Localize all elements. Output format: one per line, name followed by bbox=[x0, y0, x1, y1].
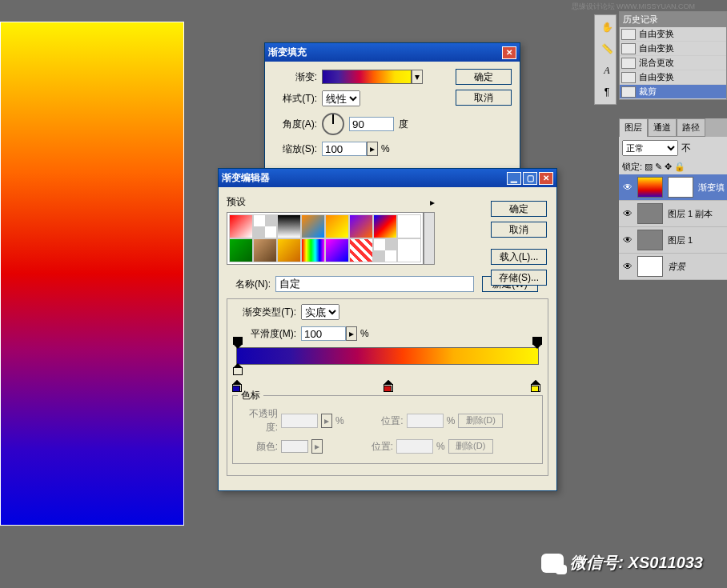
hand-icon[interactable]: ✋ bbox=[597, 18, 617, 37]
color-stop[interactable] bbox=[232, 381, 242, 392]
history-step-icon bbox=[621, 43, 636, 54]
gradient-dropdown-icon[interactable]: ▾ bbox=[412, 70, 423, 84]
opacity-step-icon: ▸ bbox=[321, 414, 332, 428]
name-label: 名称(N): bbox=[227, 278, 271, 291]
style-label: 样式(T): bbox=[273, 92, 317, 106]
fill-title: 渐变填充 bbox=[268, 46, 500, 59]
color-pos-pct: % bbox=[436, 441, 445, 452]
layer-label: 图层 1 bbox=[665, 234, 693, 246]
ok-button[interactable]: 确定 bbox=[456, 69, 512, 85]
opacity-pct: % bbox=[335, 415, 344, 426]
opacity-input bbox=[281, 414, 318, 428]
name-input[interactable] bbox=[275, 276, 474, 292]
layers-tabs: 图层 通道 路径 bbox=[619, 118, 727, 137]
color-stop[interactable] bbox=[384, 381, 393, 392]
save-button[interactable]: 存储(S)... bbox=[491, 270, 547, 286]
paragraph-icon[interactable]: ¶ bbox=[597, 82, 617, 102]
maximize-icon[interactable]: ▢ bbox=[523, 172, 537, 185]
gradient-swatch[interactable] bbox=[322, 70, 412, 84]
preset-label: 预设 bbox=[227, 195, 246, 209]
visibility-icon[interactable]: 👁 bbox=[621, 234, 635, 246]
cancel-button[interactable]: 取消 bbox=[491, 222, 547, 238]
scale-input[interactable] bbox=[322, 142, 367, 156]
tab-channels[interactable]: 通道 bbox=[648, 118, 677, 137]
angle-dial[interactable] bbox=[322, 113, 344, 135]
blend-mode-select[interactable]: 正常 bbox=[622, 140, 678, 156]
wechat-label: 微信号: bbox=[570, 552, 624, 574]
lock-row: 锁定: ▨ ✎ ✥ 🔒 bbox=[619, 159, 727, 174]
lock-label: 锁定: bbox=[622, 161, 642, 173]
history-step-icon bbox=[621, 72, 636, 83]
tab-paths[interactable]: 路径 bbox=[677, 118, 705, 137]
history-panel: 历史记录 自由变换自由变换混合更改自由变换裁剪 bbox=[619, 11, 727, 100]
history-step-icon bbox=[621, 86, 636, 98]
visibility-icon[interactable]: 👁 bbox=[621, 182, 635, 193]
color-stop[interactable] bbox=[531, 381, 540, 392]
delete-color-button: 删除(D) bbox=[448, 439, 493, 454]
smooth-pct: % bbox=[360, 328, 369, 339]
ruler-icon[interactable]: 📏 bbox=[597, 39, 617, 58]
editor-title: 渐变编辑器 bbox=[222, 171, 505, 185]
color-pos-label: 位置: bbox=[353, 440, 393, 454]
canvas-gradient bbox=[0, 22, 184, 526]
type-icon[interactable]: A bbox=[597, 61, 617, 80]
visibility-icon[interactable]: 👁 bbox=[621, 208, 635, 219]
dialog-gradient-fill: 渐变填充 ✕ 确定 取消 渐变: ▾ 样式(T): 线性 角度(A): 度 缩放… bbox=[264, 42, 520, 171]
right-panels: 历史记录 自由变换自由变换混合更改自由变换裁剪 bbox=[619, 11, 727, 100]
tab-layers[interactable]: 图层 bbox=[619, 118, 648, 137]
color-step-icon: ▸ bbox=[311, 439, 323, 454]
preset-grid[interactable] bbox=[227, 212, 424, 265]
layer-thumb bbox=[637, 256, 663, 277]
layer-label: 背景 bbox=[665, 261, 685, 273]
preset-scrollbar[interactable] bbox=[424, 212, 435, 265]
history-row[interactable]: 自由变换 bbox=[620, 27, 726, 42]
lock-move-icon[interactable]: ✥ bbox=[665, 162, 672, 172]
vertical-toolbar: ✋ 📏 A ¶ bbox=[594, 14, 617, 105]
history-label: 自由变换 bbox=[639, 28, 674, 40]
lock-all-icon[interactable]: 🔒 bbox=[674, 162, 685, 172]
layer-row[interactable]: 👁渐变填 bbox=[619, 174, 727, 201]
history-step-icon bbox=[621, 58, 636, 69]
layer-label: 渐变填 bbox=[696, 182, 725, 194]
layer-row[interactable]: 👁图层 1 bbox=[619, 227, 727, 254]
editor-titlebar[interactable]: 渐变编辑器 ▁ ▢ ✕ bbox=[219, 169, 556, 187]
smooth-step-icon[interactable]: ▸ bbox=[346, 326, 357, 341]
angle-input[interactable] bbox=[349, 117, 394, 131]
ok-button[interactable]: 确定 bbox=[491, 201, 547, 217]
history-row[interactable]: 自由变换 bbox=[620, 42, 726, 56]
cancel-button[interactable]: 取消 bbox=[456, 90, 512, 106]
style-select[interactable]: 线性 bbox=[322, 90, 360, 106]
type-label: 渐变类型(T): bbox=[232, 306, 296, 319]
history-row[interactable]: 裁剪 bbox=[620, 85, 726, 99]
color-stops-section: 色标 不透明度: ▸ % 位置: % 删除(D) 颜色: ▸ 位置: bbox=[232, 389, 543, 464]
scale-step-icon[interactable]: ▸ bbox=[367, 142, 378, 156]
visibility-icon[interactable]: 👁 bbox=[621, 261, 635, 272]
opacity-pos-pct: % bbox=[447, 415, 456, 426]
lock-paint-icon[interactable]: ✎ bbox=[655, 162, 662, 172]
preset-menu-icon[interactable]: ▸ bbox=[430, 197, 435, 208]
history-row[interactable]: 混合更改 bbox=[620, 56, 726, 70]
gradient-type-section: 渐变类型(T): 实底 平滑度(M): ▸ % .sb0::before{bac… bbox=[227, 298, 548, 476]
history-row[interactable]: 自由变换 bbox=[620, 70, 726, 85]
scale-label: 缩放(S): bbox=[273, 142, 317, 156]
layer-mask-thumb bbox=[668, 177, 693, 198]
layer-row[interactable]: 👁图层 1 副本 bbox=[619, 201, 727, 227]
history-label: 自由变换 bbox=[639, 42, 674, 54]
opacity-label: 不透明度: bbox=[238, 407, 278, 434]
smooth-input[interactable] bbox=[301, 326, 346, 341]
minimize-icon[interactable]: ▁ bbox=[507, 172, 521, 185]
gradient-bar-area: .sb0::before{background:#1000b0} bbox=[232, 347, 543, 381]
type-select[interactable]: 实底 bbox=[301, 304, 339, 320]
layer-thumb bbox=[637, 230, 663, 250]
layer-row[interactable]: 👁背景 bbox=[619, 254, 727, 280]
dialog-gradient-editor: 渐变编辑器 ▁ ▢ ✕ 确定 取消 载入(L)... 存储(S)... 预设 ▸ bbox=[218, 168, 557, 491]
lock-trans-icon[interactable]: ▨ bbox=[645, 162, 653, 172]
history-label: 自由变换 bbox=[639, 71, 674, 83]
layers-panel: 图层 通道 路径 正常 不 锁定: ▨ ✎ ✥ 🔒 👁渐变填👁图层 1 副本👁图… bbox=[619, 118, 727, 280]
close-icon[interactable]: ✕ bbox=[502, 46, 516, 59]
gradient-bar[interactable]: .sb0::before{background:#1000b0} bbox=[236, 347, 539, 365]
opacity-pos-input bbox=[407, 414, 444, 428]
fill-titlebar[interactable]: 渐变填充 ✕ bbox=[265, 43, 520, 62]
close-icon[interactable]: ✕ bbox=[539, 172, 553, 185]
load-button[interactable]: 载入(L)... bbox=[491, 249, 547, 265]
